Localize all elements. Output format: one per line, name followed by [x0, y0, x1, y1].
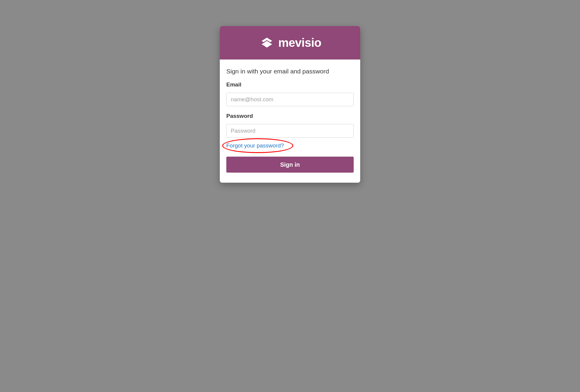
email-field[interactable] [226, 93, 354, 106]
brand-name: mevisio [278, 36, 321, 49]
email-label: Email [226, 81, 354, 88]
card-body: Sign in with your email and password Ema… [220, 60, 360, 183]
forgot-password-link[interactable]: Forgot your password? [226, 142, 284, 149]
password-label: Password [226, 113, 354, 119]
signin-button[interactable]: Sign in [226, 157, 354, 173]
card-header: mevisio [220, 26, 360, 60]
login-card: mevisio Sign in with your email and pass… [220, 26, 360, 183]
brand-logo: mevisio [259, 35, 321, 51]
forgot-link-container: Forgot your password? [226, 142, 354, 149]
mevisio-logo-icon [259, 35, 275, 51]
password-field[interactable] [226, 124, 354, 138]
form-heading: Sign in with your email and password [226, 68, 354, 75]
